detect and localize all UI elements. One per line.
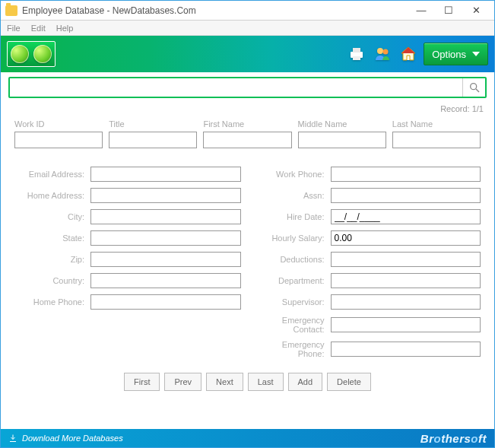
search-icon	[468, 81, 481, 94]
brand-logo: Brothersoft	[420, 432, 487, 445]
input-first-name[interactable]	[203, 132, 291, 148]
label-state: State:	[14, 234, 84, 243]
menu-help[interactable]: Help	[56, 24, 74, 33]
input-city[interactable]	[90, 209, 241, 224]
label-work-id: Work ID	[14, 119, 103, 129]
input-state[interactable]	[90, 230, 241, 246]
input-home-phone[interactable]	[90, 294, 241, 310]
search-bar	[8, 77, 487, 98]
input-last-name[interactable]	[392, 132, 481, 148]
menu-file[interactable]: File	[7, 24, 21, 33]
toolbar: Options	[1, 36, 494, 72]
close-button[interactable]: ✕	[462, 3, 490, 18]
printer-icon[interactable]	[346, 43, 367, 65]
search-button[interactable]	[462, 78, 485, 97]
form-area: Work ID Title First Name Middle Name Las…	[14, 119, 481, 368]
input-supervisor[interactable]	[331, 294, 481, 310]
label-hire-date: Hire Date:	[255, 212, 325, 221]
next-button[interactable]: Next	[206, 373, 243, 391]
header-row: Work ID Title First Name Middle Name Las…	[14, 119, 481, 148]
record-nav: First Prev Next Last Add Delete	[1, 373, 494, 391]
menu-edit[interactable]: Edit	[31, 24, 46, 33]
input-country[interactable]	[90, 273, 241, 288]
input-department[interactable]	[331, 273, 481, 288]
nav-back-icon[interactable]	[11, 45, 29, 63]
minimize-button[interactable]: —	[408, 3, 435, 18]
label-deductions: Deductions:	[255, 255, 325, 264]
left-column: Email Address: Home Address: City: State…	[14, 167, 241, 358]
menubar: File Edit Help	[1, 21, 494, 36]
label-department: Department:	[255, 276, 325, 285]
svg-line-6	[476, 89, 479, 92]
nav-forward-icon[interactable]	[33, 45, 52, 63]
right-column: Work Phone: Assn: Hire Date: Hourly Sala…	[255, 167, 481, 358]
input-emergency-phone[interactable]	[331, 342, 481, 357]
label-supervisor: Supervisor:	[255, 297, 325, 307]
input-work-id[interactable]	[14, 132, 103, 148]
record-counter: Record: 1/1	[440, 104, 484, 113]
page-body: Record: 1/1 Work ID Title First Name Mid…	[1, 72, 494, 429]
first-button[interactable]: First	[124, 373, 160, 391]
delete-button[interactable]: Delete	[327, 373, 371, 391]
label-assn: Assn:	[255, 191, 325, 200]
svg-rect-1	[353, 48, 360, 52]
input-middle-name[interactable]	[298, 132, 386, 148]
input-home-address[interactable]	[90, 188, 241, 203]
chevron-down-icon	[472, 52, 480, 56]
download-label: Download More Databases	[22, 434, 123, 443]
label-hourly-salary: Hourly Salary:	[255, 234, 325, 243]
input-zip[interactable]	[90, 252, 241, 267]
input-work-phone[interactable]	[331, 167, 481, 182]
label-home-address: Home Address:	[14, 191, 84, 200]
label-emergency-phone: Emergency Phone:	[255, 340, 325, 358]
label-email: Email Address:	[14, 170, 84, 179]
options-label: Options	[432, 49, 466, 60]
users-icon[interactable]	[372, 43, 393, 65]
details-grid: Email Address: Home Address: City: State…	[14, 167, 481, 358]
prev-button[interactable]: Prev	[164, 373, 201, 391]
label-zip: Zip:	[14, 255, 84, 264]
add-button[interactable]: Add	[288, 373, 323, 391]
svg-point-3	[377, 48, 383, 54]
input-assn[interactable]	[331, 188, 481, 203]
folder-icon	[5, 5, 17, 16]
svg-point-5	[470, 84, 476, 90]
input-email[interactable]	[90, 167, 241, 182]
maximize-button[interactable]: ☐	[435, 3, 462, 18]
download-icon	[8, 434, 17, 443]
input-hourly-salary[interactable]	[331, 230, 481, 246]
window-title: Employee Database - NewDatabases.Com	[22, 5, 196, 16]
label-work-phone: Work Phone:	[255, 170, 325, 179]
label-last-name: Last Name	[392, 119, 481, 129]
app-window: Employee Database - NewDatabases.Com — ☐…	[0, 0, 495, 448]
svg-rect-2	[353, 56, 360, 60]
label-city: City:	[14, 212, 84, 221]
label-home-phone: Home Phone:	[14, 297, 84, 307]
label-middle-name: Middle Name	[298, 119, 386, 129]
input-deductions[interactable]	[331, 252, 481, 267]
toolbar-nav-group	[7, 41, 56, 67]
input-hire-date[interactable]	[331, 209, 481, 224]
label-country: Country:	[14, 276, 84, 285]
label-title: Title	[109, 119, 197, 129]
svg-point-4	[383, 49, 389, 55]
download-link[interactable]: Download More Databases	[8, 434, 123, 443]
input-title[interactable]	[109, 132, 197, 148]
label-emergency-contact: Emergency Contact:	[255, 316, 325, 334]
label-first-name: First Name	[203, 119, 291, 129]
titlebar: Employee Database - NewDatabases.Com — ☐…	[1, 1, 494, 21]
footer: Download More Databases Brothersoft	[1, 429, 494, 447]
last-button[interactable]: Last	[248, 373, 284, 391]
options-button[interactable]: Options	[424, 43, 488, 65]
home-icon[interactable]	[398, 43, 419, 65]
input-emergency-contact[interactable]	[331, 317, 481, 332]
